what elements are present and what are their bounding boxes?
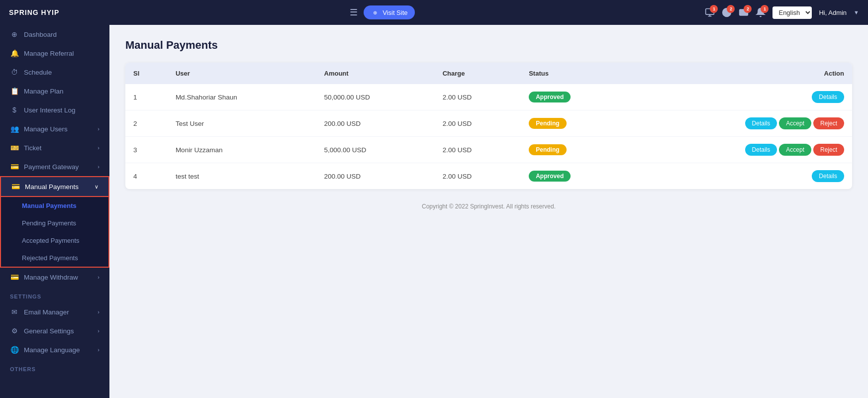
sidebar-item-label: Manual Payments [25, 183, 79, 191]
reject-button[interactable]: Reject [813, 144, 844, 156]
dollar-badge: 2 [727, 5, 735, 13]
page-title: Manual Payments [125, 39, 852, 52]
cell-amount: 200.00 USD [316, 110, 435, 137]
table-row: 2 Test User 200.00 USD 2.00 USD Pending … [125, 110, 852, 137]
details-button[interactable]: Details [745, 117, 777, 129]
table-row: 3 Monir Uzzaman 5,000.00 USD 2.00 USD Pe… [125, 137, 852, 163]
cell-amount: 200.00 USD [316, 163, 435, 190]
details-button[interactable]: Details [812, 91, 844, 103]
cell-sl: 3 [125, 137, 168, 163]
email-icon: ✉ [10, 308, 19, 316]
cell-user: Test User [168, 110, 316, 137]
table-row: 4 test test 200.00 USD 2.00 USD Approved… [125, 163, 852, 190]
cell-user: Monir Uzzaman [168, 137, 316, 163]
ticket-icon: 🎫 [10, 144, 19, 152]
cell-charge: 2.00 USD [435, 84, 521, 110]
payment-gateway-icon: 💳 [10, 163, 19, 171]
sidebar-item-label: Payment Gateway [24, 163, 79, 171]
hamburger-icon[interactable]: ☰ [350, 7, 358, 18]
submenu-item-accepted-payments[interactable]: Accepted Payments [1, 232, 108, 249]
sidebar-item-manual-payments[interactable]: 💳 Manual Payments ∨ [0, 176, 109, 197]
sidebar-item-manage-referral[interactable]: 🔔 Manage Referral [0, 44, 109, 63]
sidebar: ⊕ Dashboard 🔔 Manage Referral ⏱ Schedule… [0, 25, 109, 398]
accept-button[interactable]: Accept [779, 144, 811, 156]
sidebar-item-label: Dashboard [24, 31, 57, 38]
cell-user: test test [168, 163, 316, 190]
payments-table-card: Sl User Amount Charge Status Action 1 Md… [125, 63, 852, 189]
details-button[interactable]: Details [812, 170, 844, 182]
sidebar-item-label: Manage Referral [24, 50, 74, 57]
chevron-right-icon: › [97, 126, 99, 132]
status-badge-pending: Pending [529, 118, 566, 129]
gear-icon: ⚙ [10, 327, 19, 335]
sidebar-item-manage-language[interactable]: 🌐 Manage Language › [0, 340, 109, 359]
sidebar-item-manage-users[interactable]: 👥 Manage Users › [0, 119, 109, 138]
sidebar-item-email-manager[interactable]: ✉ Email Manager › [0, 302, 109, 321]
sidebar-item-user-interest-log[interactable]: $ User Interest Log [0, 100, 109, 119]
details-button[interactable]: Details [745, 144, 777, 156]
language-select[interactable]: English [772, 6, 812, 19]
manual-payments-submenu: Manual Payments Pending Payments Accepte… [0, 197, 109, 268]
cell-amount: 50,000.00 USD [316, 84, 435, 110]
cell-status: Approved [521, 84, 631, 110]
submenu-item-rejected-payments[interactable]: Rejected Payments [1, 249, 108, 267]
cell-sl: 4 [125, 163, 168, 190]
chevron-right-icon: › [97, 145, 99, 151]
admin-label[interactable]: Hi, Admin [819, 9, 847, 16]
monitor-badge: 1 [710, 5, 718, 13]
reject-button[interactable]: Reject [813, 117, 844, 129]
card-icon-badge[interactable]: 2 [739, 7, 749, 17]
sidebar-item-manage-plan[interactable]: 📋 Manage Plan [0, 82, 109, 100]
top-navigation: SPRING HYIP ☰ ⊕ Visit Site 1 $ 2 2 1 Eng [0, 0, 868, 25]
col-header-charge: Charge [435, 63, 521, 84]
admin-chevron-icon: ▼ [854, 9, 859, 15]
users-icon: 👥 [10, 125, 19, 133]
card-badge: 2 [744, 5, 752, 13]
submenu-item-manual-payments[interactable]: Manual Payments [1, 197, 108, 214]
cell-action: Details [632, 84, 852, 110]
col-header-amount: Amount [316, 63, 435, 84]
sidebar-item-label: User Interest Log [24, 106, 76, 114]
cell-status: Approved [521, 163, 631, 190]
monitor-icon-badge[interactable]: 1 [705, 7, 715, 17]
interest-icon: $ [10, 106, 19, 114]
bell-badge: 1 [761, 5, 769, 13]
visit-site-button[interactable]: ⊕ Visit Site [364, 5, 414, 19]
manual-payments-icon: 💳 [11, 183, 20, 191]
sidebar-item-label: Email Manager [24, 308, 69, 316]
col-header-status: Status [521, 63, 631, 84]
settings-section-label: SETTINGS [0, 287, 109, 302]
sidebar-item-label: Manage Withdraw [24, 274, 78, 281]
brand-logo: SPRING HYIP [9, 8, 59, 16]
accept-button[interactable]: Accept [779, 117, 811, 129]
col-header-sl: Sl [125, 63, 168, 84]
status-badge-pending: Pending [529, 144, 566, 155]
chevron-right-icon: › [97, 328, 99, 334]
bell-icon-badge[interactable]: 1 [756, 7, 766, 17]
sidebar-item-label: Manage Language [24, 346, 80, 354]
submenu-item-pending-payments[interactable]: Pending Payments [1, 214, 108, 232]
sidebar-item-schedule[interactable]: ⏱ Schedule [0, 63, 109, 82]
cell-sl: 2 [125, 110, 168, 137]
sidebar-item-label: General Settings [24, 327, 74, 335]
table-row: 1 Md.Shahoriar Shaun 50,000.00 USD 2.00 … [125, 84, 852, 110]
cell-charge: 2.00 USD [435, 137, 521, 163]
payments-table: Sl User Amount Charge Status Action 1 Md… [125, 63, 852, 189]
main-content: Manual Payments Sl User Amount Charge St… [109, 25, 868, 398]
sidebar-item-ticket[interactable]: 🎫 Ticket › [0, 138, 109, 157]
withdraw-icon: 💳 [10, 273, 19, 281]
sidebar-item-general-settings[interactable]: ⚙ General Settings › [0, 321, 109, 340]
dollar-icon-badge[interactable]: $ 2 [722, 7, 732, 17]
sidebar-item-dashboard[interactable]: ⊕ Dashboard [0, 25, 109, 44]
sidebar-item-label: Ticket [24, 144, 42, 152]
sidebar-item-payment-gateway[interactable]: 💳 Payment Gateway › [0, 157, 109, 176]
footer-text: Copyright © 2022 SpringInvest. All right… [125, 203, 852, 210]
cell-user: Md.Shahoriar Shaun [168, 84, 316, 110]
cell-action: DetailsAcceptReject [632, 110, 852, 137]
topnav-right: 1 $ 2 2 1 English Hi, Admin ▼ [705, 6, 859, 19]
sidebar-item-manage-withdraw[interactable]: 💳 Manage Withdraw › [0, 268, 109, 287]
topnav-left: SPRING HYIP [9, 8, 59, 16]
chevron-down-icon: ∨ [95, 184, 98, 190]
sidebar-item-label: Manage Plan [24, 88, 64, 95]
language-icon: 🌐 [10, 346, 19, 354]
